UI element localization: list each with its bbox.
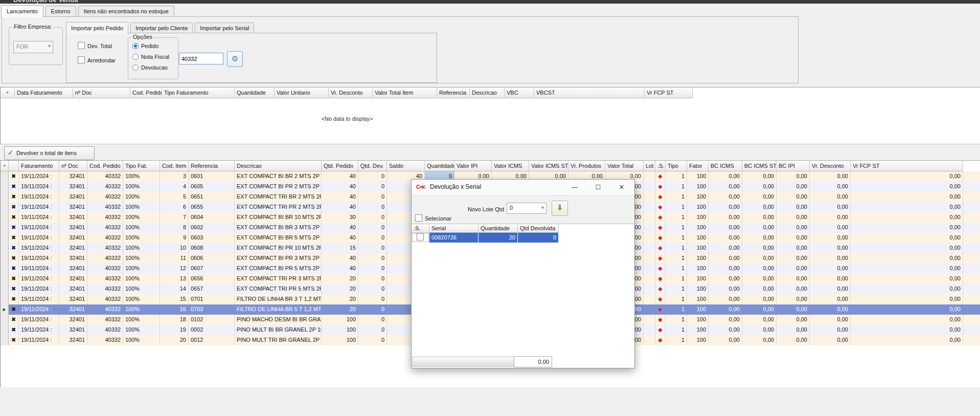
cell-doc[interactable]: 32401 [59, 304, 87, 315]
lot-tag-icon[interactable]: ◆ [655, 304, 666, 315]
row-indicator[interactable] [1, 325, 9, 335]
cell-pedido[interactable]: 40332 [87, 223, 123, 233]
lot-tag-icon[interactable]: ◆ [655, 294, 666, 304]
cell-ref[interactable]: 0651 [189, 192, 235, 202]
cell-desc[interactable]: EXT COMPACT TRI PR 3 MTS 2P [235, 274, 322, 284]
items-grid-header-n-doc[interactable]: nº Doc [59, 161, 87, 171]
cell-doc[interactable]: 32401 [59, 315, 87, 325]
cell-vr_desconto[interactable]: 0,00 [810, 171, 851, 182]
lot-tag-icon[interactable]: ◆ [655, 315, 666, 325]
items-grid-header-valor-icms-st[interactable]: Valor ICMS ST [529, 161, 568, 171]
cell-desc[interactable]: PINO MULT BI BR GRANEL 2P 10 [235, 325, 322, 335]
cell-tipo_fat[interactable]: 100% [123, 212, 160, 223]
cell-tipo_fat[interactable]: 100% [123, 284, 160, 294]
cell-faturamento[interactable]: 19/11/2024 : [19, 335, 59, 345]
cell-item[interactable]: 9 [160, 233, 189, 243]
row-indicator[interactable] [1, 274, 9, 284]
cell-pedido[interactable]: 40332 [87, 243, 123, 253]
cell-vr_fcp_st[interactable]: 0,00 [851, 202, 963, 212]
faturamento-grid-header-vbc[interactable]: VBC [505, 87, 534, 98]
items-grid-header-valor-total[interactable]: Valor Total [605, 161, 644, 171]
cell-tipo[interactable]: 1 [666, 304, 687, 315]
items-grid-header-bc-ipi[interactable]: BC IPI [777, 161, 810, 171]
cell-faturamento[interactable]: 19/11/2024 : [19, 223, 59, 233]
cell-item[interactable]: 13 [160, 274, 189, 284]
items-grid-header-faturamento[interactable]: Faturamento [19, 161, 59, 171]
cell-desc[interactable]: EXT COMPACT BI PR 3 MTS 2P : [235, 253, 322, 264]
cell-bc_ipi[interactable]: 0,00 [777, 233, 810, 243]
cell-bc_icms_st[interactable]: 0,00 [742, 233, 777, 243]
cell-vr_fcp_st[interactable]: 0,00 [851, 284, 963, 294]
cell-faturamento[interactable]: 19/11/2024 : [19, 304, 59, 315]
tab-itens-nao-encontrados[interactable]: Itens não encontrados no estoque [78, 6, 174, 17]
cell-bc_icms[interactable]: 0,00 [709, 294, 742, 304]
delete-row-icon[interactable]: ✖ [9, 202, 19, 212]
close-button[interactable]: ✕ [611, 180, 632, 195]
cell-faturamento[interactable]: 19/11/2024 : [19, 274, 59, 284]
cell-vr_desconto[interactable]: 0,00 [810, 335, 851, 345]
delete-row-icon[interactable]: ✖ [9, 243, 19, 253]
pedido-number-input[interactable] [179, 53, 223, 64]
delete-row-icon[interactable]: ✖ [9, 212, 19, 223]
cell-qtd_dev[interactable]: 0 [358, 233, 387, 243]
cell-ref[interactable]: 0606 [189, 253, 235, 264]
items-grid-header-valor-icms[interactable]: Valor ICMS [492, 161, 529, 171]
cell-pedido[interactable]: 40332 [87, 335, 123, 345]
cell-faturamento[interactable]: 19/11/2024 : [19, 192, 59, 202]
cell-lot[interactable] [644, 192, 655, 202]
cell-lot[interactable] [644, 243, 655, 253]
cell-tipo_fat[interactable]: 100% [123, 294, 160, 304]
lot-tag-icon[interactable]: ◆ [655, 233, 666, 243]
cell-lot[interactable] [644, 284, 655, 294]
cell-fator[interactable]: 100 [687, 233, 709, 243]
cell-bc_ipi[interactable]: 0,00 [777, 171, 810, 182]
cell-fator[interactable]: 100 [687, 325, 709, 335]
cell-bc_ipi[interactable]: 0,00 [777, 212, 810, 223]
cell-tipo[interactable]: 1 [666, 171, 687, 182]
cell-fator[interactable]: 100 [687, 315, 709, 325]
delete-row-icon[interactable]: ✖ [9, 253, 19, 264]
faturamento-grid-header-valor-total-item[interactable]: Valor Total Item [373, 87, 437, 98]
cell-doc[interactable]: 32401 [59, 212, 87, 223]
cell-vr_fcp_st[interactable]: 0,00 [851, 171, 963, 182]
cell-fator[interactable]: 100 [687, 253, 709, 264]
cell-qtd_pedido[interactable]: 40 [322, 233, 358, 243]
cell-doc[interactable]: 32401 [59, 253, 87, 264]
faturamento-grid-header-vbcst[interactable]: VBCST [534, 87, 645, 98]
cell-ref[interactable]: 0002 [189, 325, 235, 335]
cell-vr_desconto[interactable]: 0,00 [810, 233, 851, 243]
cell-fator[interactable]: 100 [687, 192, 709, 202]
cell-vr_fcp_st[interactable]: 0,00 [851, 243, 963, 253]
items-grid-header-blank[interactable] [9, 161, 19, 171]
cell-fator[interactable]: 100 [687, 171, 709, 182]
maximize-button[interactable]: ☐ [587, 180, 609, 195]
cell-faturamento[interactable]: 19/11/2024 : [19, 315, 59, 325]
cell-bc_icms_st[interactable]: 0,00 [742, 171, 777, 182]
cell-ref[interactable]: 0603 [189, 233, 235, 243]
cell-tipo[interactable]: 1 [666, 325, 687, 335]
cell-item[interactable]: 8 [160, 223, 189, 233]
cell-qtd_pedido[interactable]: 40 [322, 171, 358, 182]
cell-doc[interactable]: 32401 [59, 223, 87, 233]
cell-tipo_fat[interactable]: 100% [123, 243, 160, 253]
cell-tipo_fat[interactable]: 100% [123, 171, 160, 182]
row-indicator[interactable] [1, 212, 9, 223]
cell-lot[interactable] [644, 202, 655, 212]
cell-faturamento[interactable]: 19/11/2024 : [19, 202, 59, 212]
cell-tipo_fat[interactable]: 100% [123, 223, 160, 233]
cell-vr_fcp_st[interactable]: 0,00 [851, 304, 963, 315]
cell-desc[interactable]: EXT COMPACT TRI PR 5 MTS 2P [235, 284, 322, 294]
cell-pedido[interactable]: 40332 [87, 264, 123, 274]
cell-bc_ipi[interactable]: 0,00 [777, 192, 810, 202]
cell-pedido[interactable]: 40332 [87, 325, 123, 335]
cell-doc[interactable]: 32401 [59, 325, 87, 335]
cell-qtd_pedido[interactable]: 40 [322, 223, 358, 233]
cell-qtd_dev[interactable]: 0 [358, 315, 387, 325]
cell-doc[interactable]: 32401 [59, 192, 87, 202]
cell-bc_icms_st[interactable]: 0,00 [742, 304, 777, 315]
faturamento-grid-header-vr-desconto[interactable]: Vr. Desconto [329, 87, 373, 98]
cell-qtd_dev[interactable]: 0 [358, 182, 387, 192]
cell-bc_icms_st[interactable]: 0,00 [742, 182, 777, 192]
delete-row-icon[interactable]: ✖ [9, 274, 19, 284]
cell-item[interactable]: 16 [160, 304, 189, 315]
